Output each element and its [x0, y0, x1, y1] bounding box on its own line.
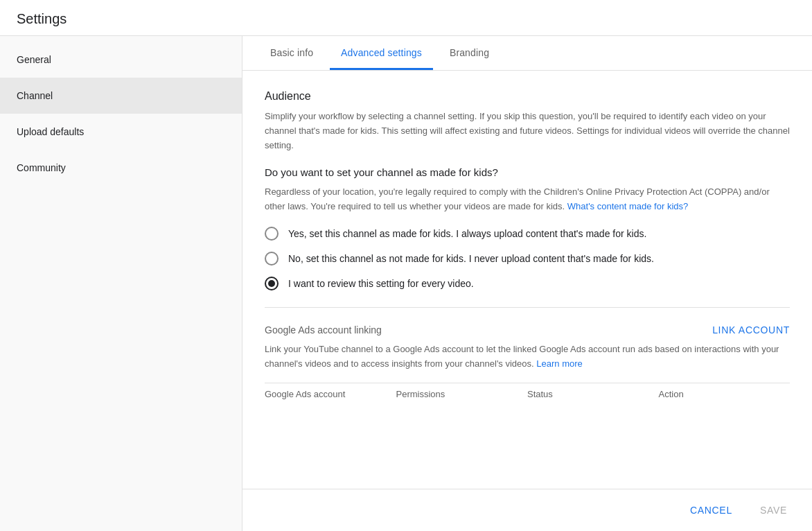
whats-content-link[interactable]: What's content made for kids?: [567, 201, 688, 211]
radio-outer-yes: [265, 227, 279, 241]
radio-outer-review: [265, 277, 279, 290]
tab-branding[interactable]: Branding: [439, 36, 500, 70]
table-header-action: Action: [659, 389, 791, 399]
page-title: Settings: [17, 11, 67, 26]
audience-legal-text: Regardless of your location, you're lega…: [265, 185, 790, 214]
footer-bar: CANCEL SAVE: [242, 489, 812, 531]
section-divider: [265, 307, 790, 308]
content-scroll: Audience Simplify your workflow by selec…: [242, 71, 812, 489]
radio-outer-no: [265, 252, 279, 266]
audience-section: Audience Simplify your workflow by selec…: [265, 90, 790, 290]
audience-title: Audience: [265, 90, 790, 103]
cancel-button[interactable]: CANCEL: [682, 499, 741, 521]
sidebar: General Channel Upload defaults Communit…: [0, 36, 242, 531]
table-header-account: Google Ads account: [265, 389, 396, 399]
content-area: Basic info Advanced settings Branding Au…: [242, 36, 812, 531]
radio-label-no: No, set this channel as not made for kid…: [288, 253, 654, 264]
radio-inner-review: [268, 280, 275, 287]
ads-desc: Link your YouTube channel to a Google Ad…: [265, 342, 790, 372]
radio-option-no[interactable]: No, set this channel as not made for kid…: [265, 252, 790, 266]
legal-text-content: Regardless of your location, you're lega…: [265, 186, 770, 211]
tabs-bar: Basic info Advanced settings Branding: [242, 36, 812, 71]
sidebar-item-community[interactable]: Community: [0, 150, 242, 186]
ads-section: Google Ads account linking LINK ACCOUNT …: [265, 324, 790, 405]
tab-advanced-settings[interactable]: Advanced settings: [330, 36, 433, 70]
sidebar-item-general[interactable]: General: [0, 42, 242, 78]
table-header-permissions: Permissions: [396, 389, 528, 399]
audience-question: Do you want to set your channel as made …: [265, 166, 790, 178]
audience-desc: Simplify your workflow by selecting a ch…: [265, 110, 790, 153]
ads-title: Google Ads account linking: [265, 324, 382, 336]
learn-more-link[interactable]: Learn more: [536, 358, 582, 369]
ads-table-header: Google Ads account Permissions Status Ac…: [265, 383, 790, 405]
radio-option-review[interactable]: I want to review this setting for every …: [265, 277, 790, 290]
radio-label-review: I want to review this setting for every …: [288, 278, 474, 289]
ads-desc-text: Link your YouTube channel to a Google Ad…: [265, 344, 779, 369]
sidebar-item-channel[interactable]: Channel: [0, 78, 242, 114]
radio-option-yes[interactable]: Yes, set this channel as made for kids. …: [265, 227, 790, 241]
table-header-status: Status: [527, 389, 659, 399]
link-account-button[interactable]: LINK ACCOUNT: [712, 324, 790, 336]
radio-label-yes: Yes, set this channel as made for kids. …: [288, 228, 646, 239]
main-layout: General Channel Upload defaults Communit…: [0, 36, 812, 531]
ads-section-header: Google Ads account linking LINK ACCOUNT: [265, 324, 790, 336]
sidebar-item-upload-defaults[interactable]: Upload defaults: [0, 114, 242, 150]
tab-basic-info[interactable]: Basic info: [259, 36, 324, 70]
top-bar: Settings: [0, 0, 812, 36]
save-button[interactable]: SAVE: [752, 499, 795, 521]
